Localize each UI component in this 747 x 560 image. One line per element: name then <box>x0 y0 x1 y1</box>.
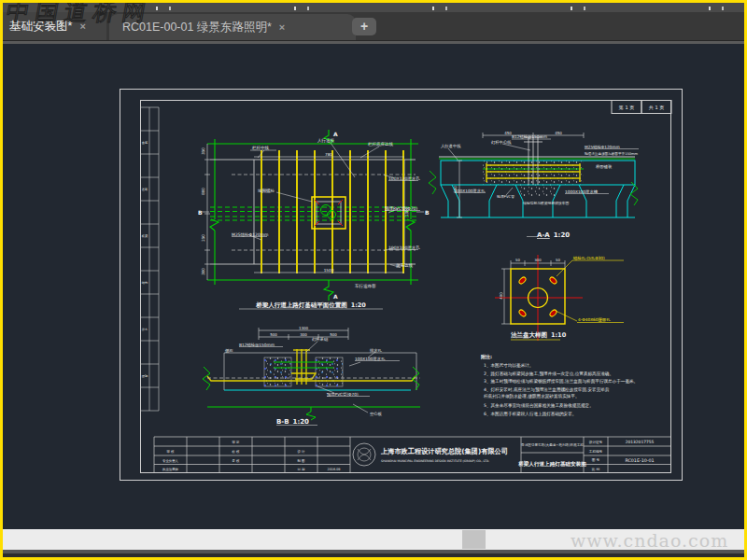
svg-text:道路: 道路 <box>142 188 148 191</box>
svg-text:执业注册师: 执业注册师 <box>162 468 179 471</box>
plan-label-right2: 预埋PVC管(Φ70) <box>385 205 417 212</box>
section-b-linework <box>203 328 420 426</box>
tab-close-icon[interactable]: × <box>79 21 85 32</box>
svg-text:日 期: 日 期 <box>298 468 305 471</box>
secb-label-topleft: B12锚栓@150mm <box>239 343 275 347</box>
svg-text:审 定: 审 定 <box>233 441 240 444</box>
note-line: 4、灯杆安装时,底座法兰与预埋法兰盘用螺栓连接牢固,安装完毕后 <box>484 386 610 393</box>
svg-text:会签: 会签 <box>142 141 148 145</box>
svg-text:审 核: 审 核 <box>167 450 175 454</box>
seca-label-midright: 桥面铺装 <box>596 164 613 170</box>
note-line: 2、路灯基础与桥梁同步施工,预埋件须一次定位,位置及标高应准确。 <box>484 371 613 377</box>
plan-dim-right: 1300 <box>404 206 409 217</box>
tab-foundation-install[interactable]: 基础安装图* × <box>3 12 106 40</box>
plan-label-right4: 侧石边线 <box>396 262 414 269</box>
svg-text:制 图: 制 图 <box>298 459 305 463</box>
svg-text:照明: 照明 <box>142 374 148 379</box>
document-tab-bar: 基础安装图* × RC01E-00-01 绿景东路照明* × + <box>3 12 744 40</box>
plan-label-center: 地脚螺栓 <box>257 188 275 193</box>
plan-dim-left3: 250 <box>201 234 205 242</box>
svg-text:排水: 排水 <box>142 328 148 331</box>
secb-label-right2: 100X100泄水孔 <box>355 357 386 361</box>
note-line: 5、其余未尽事宜均须符合国家相关施工及验收规范规定。 <box>484 402 594 409</box>
flange-label-bottom: 4-Φ40X60腰圆孔 <box>578 317 611 322</box>
seca-label-right2: 预埋法兰盘顶面与桥面平齐150mm <box>585 151 638 156</box>
plan-marker-a-bottom: A <box>333 293 338 300</box>
notes-title: 附注: <box>481 354 492 360</box>
seca-dim-left: 500 <box>453 186 458 193</box>
secb-dim-total: 1300 <box>299 326 309 330</box>
plan-view-linework <box>202 130 424 309</box>
toolbar-remnant <box>3 3 744 12</box>
bottom-divider <box>3 550 744 557</box>
plan-marker-b-left: B <box>198 209 203 216</box>
tab-label: 基础安装图* <box>9 19 72 35</box>
note-line: 6、本图适用于桥梁段人行道上路灯基础的安装。 <box>484 411 576 417</box>
svg-text:设 计: 设 计 <box>298 449 305 454</box>
title-block-signatures: 审 定 审 核 校 核 设 计 专业负责人 复 核 制 图 执业注册师 日 期 … <box>162 441 340 471</box>
svg-text:图 号: 图 号 <box>592 458 600 462</box>
svg-text:比 例: 比 例 <box>592 468 600 471</box>
signature-strip <box>140 107 159 411</box>
svg-text:复 核: 复 核 <box>233 459 240 463</box>
company-name-cn: 上海市政工程设计研究总院(集团)有限公司 <box>380 447 508 455</box>
page-number-left: 第 1 页 <box>619 105 634 110</box>
section-b-caption: B-B1:20 <box>276 418 309 426</box>
seca-dim1: 450 <box>504 131 512 135</box>
toolbar-remnant-marks <box>115 7 731 10</box>
seca-label-left: 人行道中线 <box>441 144 461 149</box>
tab-label: RC01E-00-01 绿景东路照明* <box>122 20 272 35</box>
flange-dim1: 50 <box>515 258 520 262</box>
flange-linework <box>495 255 624 341</box>
scrollbar-thumb[interactable] <box>462 530 486 549</box>
seca-label-bottom1: 100X100泄水孔 <box>455 189 486 193</box>
tab-close-icon[interactable]: × <box>279 21 285 33</box>
drawing-title: 桥梁人行道上路灯基础安装图 <box>517 460 586 468</box>
svg-text:桥梁: 桥梁 <box>141 233 148 238</box>
seca-label-top2: B12锚栓@150mm <box>512 134 547 139</box>
title-block-fields: 设计证号 工程编号 图 号 比 例 20132017755 RC01E-10-0… <box>589 440 655 471</box>
section-b-text: 1300 500 300 500 B12锚栓@150mm 灯杆基础 侧石 排水孔… <box>225 326 386 417</box>
svg-text:结构: 结构 <box>142 281 148 285</box>
site-watermark-bottom: www.cndao.com <box>571 530 728 551</box>
secb-dim1: 500 <box>270 332 277 337</box>
secb-label-topright: 灯杆基础 <box>312 337 328 342</box>
seca-dim2: 450 <box>555 131 562 135</box>
note-line: 3、施工时预埋锚栓须与桥梁钢筋焊接牢固,法兰盘面与桥面平行误差小于一毫米。 <box>484 378 638 385</box>
seca-label-right1: M25锚栓Φ120mm <box>585 145 620 149</box>
seca-label-bottom2: 预埋PVC管 <box>497 194 514 199</box>
plan-dim-bottom: 1500 <box>324 268 334 273</box>
plan-marker-b-right: B <box>425 209 430 216</box>
svg-text:20132017755: 20132017755 <box>626 440 655 444</box>
tab-lvjing-east-road[interactable]: RC01E-00-01 绿景东路照明* × <box>109 14 356 40</box>
flange-caption: 法兰盘大样图1:10 <box>511 331 567 339</box>
flange-dim2: 300 <box>534 258 542 262</box>
plan-caption: 桥梁人行道上路灯基础平面位置图1:20 <box>255 301 366 309</box>
plan-label-right3: 100X100泄水孔 <box>388 245 420 250</box>
seca-label-bottom3: 1000X100泄水槽 <box>565 189 599 194</box>
plan-dim-left1: 350 <box>201 147 205 155</box>
notes-block: 附注: 1、本图尺寸均以毫米计。 2、路灯基础与桥梁同步施工,预埋件须一次定位,… <box>481 354 638 417</box>
plan-label-left: M25锚栓Φ120mm <box>232 232 269 237</box>
plan-marker-a-top: A <box>333 131 338 137</box>
flange-dim3: 50 <box>556 258 560 262</box>
secb-label-left: 侧石 <box>225 348 233 354</box>
flange-dim-left: 400 <box>499 292 503 300</box>
svg-text:2016.09: 2016.09 <box>327 468 340 471</box>
plan-label-top-center: 人行道板 <box>317 138 335 143</box>
signature-strip-text: 会签 道路 桥梁 结构 排水 照明 <box>141 141 148 379</box>
secb-dim2: 300 <box>300 332 307 337</box>
cad-canvas[interactable]: 第 1 页 共 1 页 会签 道路 桥梁 结构 排水 照明 <box>3 44 744 529</box>
plan-dim-left2: 800 <box>201 188 205 195</box>
flange-label-top: 锚栓孔-(5孔Φ30) <box>572 256 605 260</box>
svg-text:工程编号: 工程编号 <box>589 450 603 454</box>
svg-text:校 核: 校 核 <box>232 450 240 454</box>
svg-text:专业负责人: 专业负责人 <box>162 459 179 463</box>
seca-label-top1: 灯杆中心线 <box>491 139 512 145</box>
new-tab-button[interactable]: + <box>352 18 376 35</box>
secb-label-right1: 排水孔 <box>370 348 383 353</box>
app-window: 基础安装图* × RC01E-00-01 绿景东路照明* × + 中国道桥网 <box>0 0 747 560</box>
page-number-right: 共 1 页 <box>649 105 664 110</box>
plan-label-top-left: 栏杆中线 <box>251 146 270 150</box>
section-a-caption: A-A1:20 <box>537 231 570 239</box>
